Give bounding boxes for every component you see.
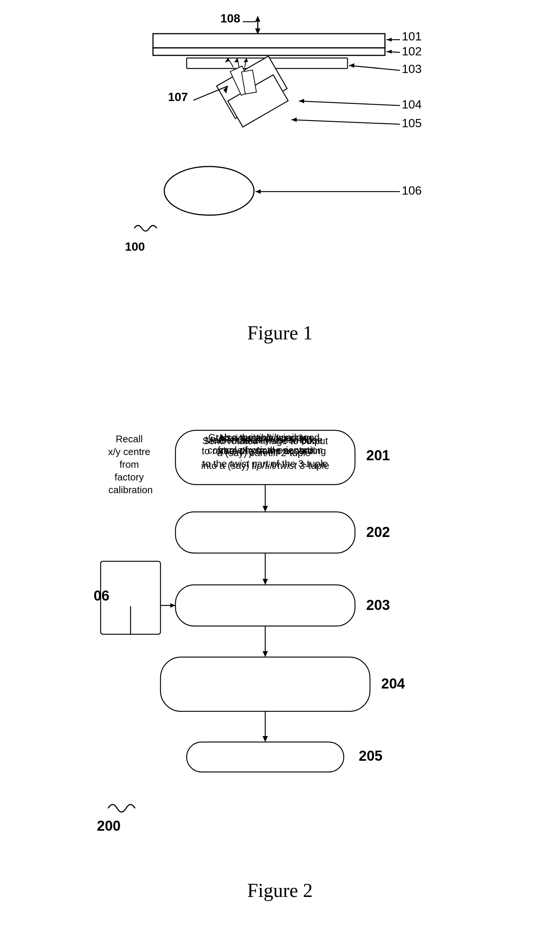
svg-text:100: 100 [125,240,145,253]
svg-marker-21 [299,99,304,103]
svg-text:107: 107 [168,90,188,104]
svg-point-25 [164,166,254,215]
svg-text:205: 205 [359,748,382,764]
svg-marker-69 [170,603,175,608]
svg-text:103: 103 [402,62,421,76]
svg-marker-60 [262,736,268,742]
svg-line-23 [291,120,400,124]
figure2-area: Mathematically decompose a (say) pan/til… [0,412,560,924]
svg-marker-16 [349,63,354,68]
svg-text:102: 102 [402,44,421,58]
svg-text:106: 106 [402,184,421,197]
svg-text:203: 203 [366,597,390,613]
svg-marker-50 [262,579,268,585]
figure1-svg: 108 101 102 103 [112,11,449,318]
figure1-diagram: 108 101 102 103 [112,11,449,318]
svg-marker-55 [262,651,268,657]
svg-text:201: 201 [366,447,390,463]
svg-line-20 [299,101,400,105]
svg-marker-12 [386,50,392,53]
svg-rect-1 [153,48,385,55]
svg-rect-61 [187,742,344,772]
svg-rect-51 [175,585,355,626]
svg-marker-28 [255,189,261,194]
figure2-diagram: Mathematically decompose a (say) pan/til… [93,427,467,876]
svg-text:Recall
        x/y centre
    : Recall x/y centre from factory calibrati… [108,433,153,495]
svg-marker-3 [255,16,260,22]
svg-rect-46 [175,512,355,553]
figure2-svg: Mathematically decompose a (say) pan/til… [93,427,467,883]
svg-marker-24 [291,118,297,122]
svg-marker-45 [262,506,268,512]
svg-text:200: 200 [97,818,121,834]
svg-marker-9 [386,38,392,41]
svg-text:204: 204 [381,676,405,691]
svg-text:Send rotated image to output: Send rotated image to output [202,435,328,446]
svg-text:105: 105 [402,116,421,130]
figure1-area: 108 101 102 103 [0,0,560,412]
svg-text:202: 202 [366,524,390,540]
svg-text:101: 101 [402,29,421,43]
figure1-caption: Figure 1 [247,322,313,344]
svg-text:108: 108 [220,12,240,25]
svg-line-15 [349,66,400,70]
svg-rect-56 [160,657,370,711]
svg-text:104: 104 [402,98,421,111]
svg-text:206: 206 [93,588,109,604]
svg-rect-0 [153,34,385,48]
